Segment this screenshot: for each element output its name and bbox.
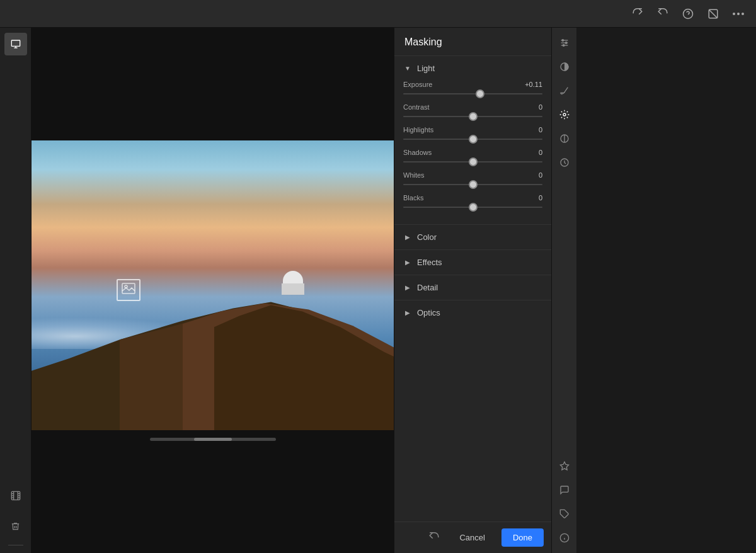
color-section-header[interactable]: ▶ Color <box>394 225 551 249</box>
left-panel <box>0 28 32 553</box>
blacks-value: 0 <box>539 194 542 202</box>
highlights-value: 0 <box>539 126 542 134</box>
right-icon-brush[interactable] <box>554 81 575 101</box>
svg-point-34 <box>565 42 567 44</box>
detail-section-header[interactable]: ▶ Detail <box>394 275 551 300</box>
placeholder-image-icon <box>117 279 140 301</box>
svg-marker-40 <box>560 462 568 470</box>
blacks-slider-row: Blacks 0 <box>403 194 542 208</box>
right-icon-circle[interactable] <box>554 57 575 77</box>
action-undo-button[interactable] <box>425 529 443 547</box>
shadows-track[interactable] <box>403 161 542 162</box>
filmstrip-area <box>150 438 276 441</box>
action-bar: Cancel Done <box>394 522 551 553</box>
svg-rect-7 <box>11 40 20 46</box>
redo-button[interactable] <box>630 6 645 21</box>
light-chevron-icon: ▼ <box>403 65 412 72</box>
shadows-thumb[interactable] <box>469 157 478 166</box>
optics-section-header[interactable]: ▶ Optics <box>394 300 551 325</box>
main-area: + Create new Mask Ground ••• Observatory… <box>0 28 756 553</box>
canvas-area: + Create new Mask Ground ••• Observatory… <box>32 28 394 553</box>
blacks-label: Blacks <box>403 194 423 202</box>
done-button[interactable]: Done <box>501 528 544 547</box>
exposure-track[interactable] <box>403 93 542 94</box>
blacks-track[interactable] <box>403 207 542 208</box>
detail-chevron-icon: ▶ <box>403 284 412 291</box>
whites-value: 0 <box>539 171 542 179</box>
color-section-title: Color <box>417 232 437 242</box>
right-panel-wrapper: Masking ▼ Light Exposure +0.11 <box>394 28 756 553</box>
trash-icon[interactable] <box>4 515 27 537</box>
svg-point-37 <box>563 113 566 116</box>
right-icon-gear[interactable] <box>554 105 575 125</box>
shadows-slider-row: Shadows 0 <box>403 149 542 162</box>
highlights-slider-row: Highlights 0 <box>403 126 542 140</box>
color-chevron-icon: ▶ <box>403 234 412 241</box>
more-button[interactable] <box>731 6 746 21</box>
undo-button[interactable] <box>655 6 670 21</box>
optics-section-title: Optics <box>417 308 440 317</box>
light-section-content: Exposure +0.11 Contrast 0 <box>394 81 551 224</box>
right-icons-bar <box>551 28 576 553</box>
right-icon-chat[interactable] <box>554 480 575 500</box>
detail-section: ▶ Detail <box>394 275 551 300</box>
right-icon-mask[interactable] <box>554 128 575 149</box>
effects-section: ▶ Effects <box>394 249 551 275</box>
whites-thumb[interactable] <box>469 180 478 189</box>
contrast-label: Contrast <box>403 103 430 111</box>
exposure-slider-row: Exposure +0.11 <box>403 81 542 94</box>
effects-section-header[interactable]: ▶ Effects <box>394 250 551 275</box>
no-image-button[interactable] <box>706 6 721 21</box>
right-icon-star[interactable] <box>554 456 575 476</box>
right-icon-info[interactable] <box>554 528 575 548</box>
highlights-track[interactable] <box>403 139 542 140</box>
whites-track[interactable] <box>403 184 542 185</box>
light-section-title: Light <box>417 64 435 73</box>
svg-point-5 <box>737 13 740 15</box>
help-button[interactable] <box>680 6 696 21</box>
highlights-label: Highlights <box>403 126 433 134</box>
svg-marker-22 <box>214 305 394 430</box>
edit-tool[interactable] <box>4 33 27 55</box>
exposure-value: +0.11 <box>525 81 542 88</box>
whites-label: Whites <box>403 171 425 179</box>
shadows-value: 0 <box>539 149 542 156</box>
top-toolbar <box>0 0 756 28</box>
color-section: ▶ Color <box>394 224 551 249</box>
contrast-thumb[interactable] <box>469 112 478 121</box>
effects-section-title: Effects <box>417 258 442 267</box>
masking-panel-scroll[interactable]: Masking ▼ Light Exposure +0.11 <box>394 28 551 522</box>
optics-section: ▶ Optics <box>394 300 551 325</box>
contrast-track[interactable] <box>403 116 542 117</box>
effects-chevron-icon: ▶ <box>403 259 412 266</box>
right-icon-sliders[interactable] <box>554 33 575 53</box>
photo-container[interactable]: + Create new Mask Ground ••• Observatory… <box>32 140 394 430</box>
detail-section-title: Detail <box>417 283 438 292</box>
light-section-header[interactable]: ▼ Light <box>394 56 551 81</box>
right-icon-history[interactable] <box>554 152 575 173</box>
exposure-label: Exposure <box>403 81 432 88</box>
svg-point-4 <box>733 13 735 15</box>
optics-chevron-icon: ▶ <box>403 309 412 316</box>
observatory-shape <box>277 271 309 305</box>
shadows-label: Shadows <box>403 149 432 156</box>
filmstrip-scrollbar[interactable] <box>150 438 276 441</box>
blacks-thumb[interactable] <box>469 203 478 212</box>
contrast-value: 0 <box>539 103 542 111</box>
svg-point-6 <box>742 13 744 15</box>
exposure-thumb[interactable] <box>476 89 484 98</box>
cancel-button[interactable]: Cancel <box>449 528 495 547</box>
svg-point-33 <box>562 40 564 42</box>
highlights-thumb[interactable] <box>469 135 478 144</box>
filmstrip-icon[interactable] <box>4 484 27 507</box>
svg-point-35 <box>563 45 564 47</box>
whites-slider-row: Whites 0 <box>403 171 542 185</box>
masking-panel: Masking ▼ Light Exposure +0.11 <box>394 28 551 553</box>
panel-title: Masking <box>394 28 551 56</box>
contrast-slider-row: Contrast 0 <box>403 103 542 117</box>
right-icon-tag[interactable] <box>554 504 575 524</box>
svg-line-3 <box>709 9 718 18</box>
